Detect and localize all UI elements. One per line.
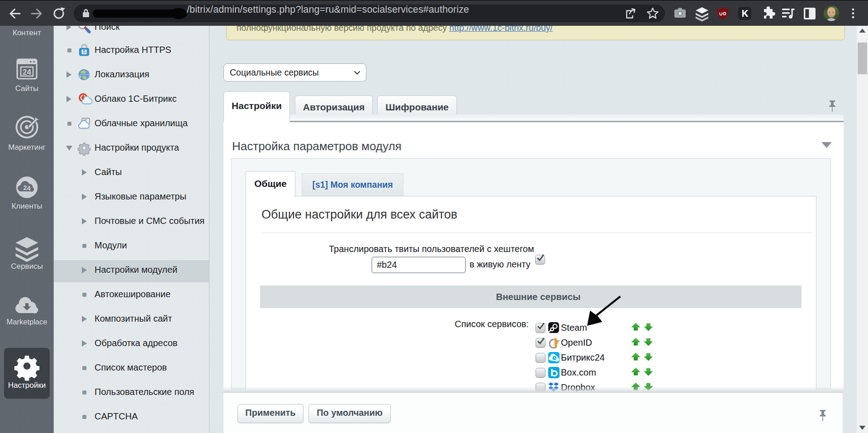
- svg-text:24: 24: [23, 68, 31, 76]
- svg-text:S: S: [83, 49, 86, 54]
- svg-text:24: 24: [23, 184, 31, 191]
